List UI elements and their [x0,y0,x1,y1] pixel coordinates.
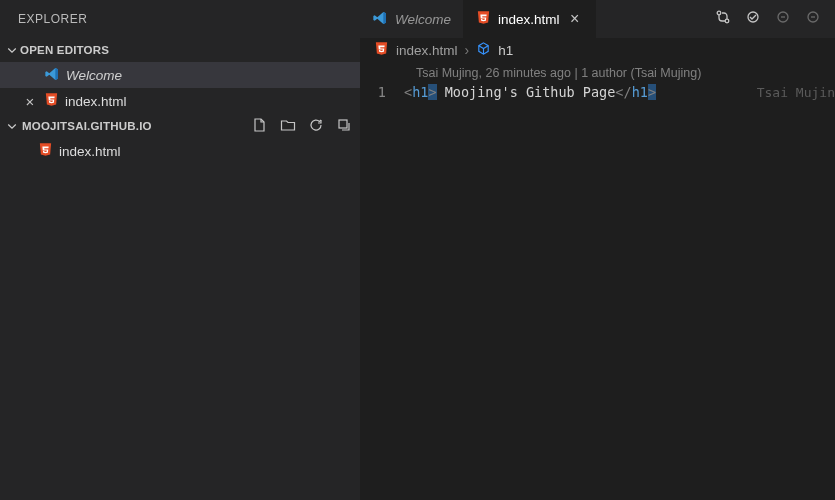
vscode-icon [372,10,388,29]
chevron-down-icon [4,44,20,56]
chevron-right-icon: › [465,42,470,58]
open-editors-header[interactable]: OPEN EDITORS [0,38,360,62]
folder-name: MOOJITSAI.GITHUB.IO [22,120,152,132]
symbol-icon [476,41,491,59]
tab-index[interactable]: index.html × [464,0,596,38]
editor-main: Welcome index.html × index.html › h1 Tsa… [360,0,835,500]
tab-welcome[interactable]: Welcome [360,0,464,38]
svg-point-2 [725,19,729,23]
next-change-icon[interactable] [805,9,821,29]
tag-bracket: > [648,84,656,100]
code-text: Moojing's Github Page [437,84,616,100]
html5-icon [476,10,491,28]
code-content[interactable]: <h1> Moojing's Github Page</h1> [404,84,656,100]
breadcrumb-file[interactable]: index.html [396,43,458,58]
svg-rect-0 [339,120,347,128]
breadcrumb-symbol[interactable]: h1 [498,43,513,58]
code-line-1[interactable]: 1 <h1> Moojing's Github Page</h1> Tsai M… [360,82,835,102]
new-folder-icon[interactable] [280,117,296,135]
tab-label: index.html [498,12,560,27]
folder-actions [252,117,352,135]
open-editor-index[interactable]: × index.html [0,88,360,114]
explorer-sidebar: EXPLORER OPEN EDITORS Welcome × index.ht… [0,0,360,500]
line-number: 1 [360,84,404,100]
open-changes-icon[interactable] [745,9,761,29]
tag-bracket: > [428,84,436,100]
collapse-all-icon[interactable] [336,117,352,135]
tag-bracket: </ [615,84,631,100]
file-item-index[interactable]: index.html [0,138,360,164]
explorer-title: EXPLORER [0,0,360,38]
chevron-down-icon [4,120,20,132]
svg-point-1 [717,11,721,15]
prev-change-icon[interactable] [775,9,791,29]
compare-changes-icon[interactable] [715,9,731,29]
html5-icon [38,142,53,160]
breadcrumb[interactable]: index.html › h1 [360,38,835,62]
file-label: index.html [59,144,121,159]
tag-bracket: < [404,84,412,100]
open-editors-label: OPEN EDITORS [20,44,109,56]
git-blame-annotation: Tsai Mujing, 26 minutes ago | 1 author (… [360,62,835,82]
tab-bar: Welcome index.html × [360,0,835,38]
new-file-icon[interactable] [252,117,268,135]
close-icon[interactable]: × [567,11,583,27]
folder-header[interactable]: MOOJITSAI.GITHUB.IO [0,114,360,138]
spacer [22,68,38,83]
html5-icon [44,92,59,110]
tab-actions [701,0,835,38]
tag-name: h1 [412,84,428,100]
tag-name: h1 [632,84,648,100]
open-editor-welcome[interactable]: Welcome [0,62,360,88]
svg-point-3 [748,12,758,22]
close-icon[interactable]: × [22,94,38,109]
html5-icon [374,41,389,59]
open-editor-label: index.html [65,94,127,109]
tab-label: Welcome [395,12,451,27]
refresh-icon[interactable] [308,117,324,135]
open-editor-label: Welcome [66,68,122,83]
inline-blame: Tsai Mujin [757,85,835,100]
vscode-icon [44,66,60,85]
